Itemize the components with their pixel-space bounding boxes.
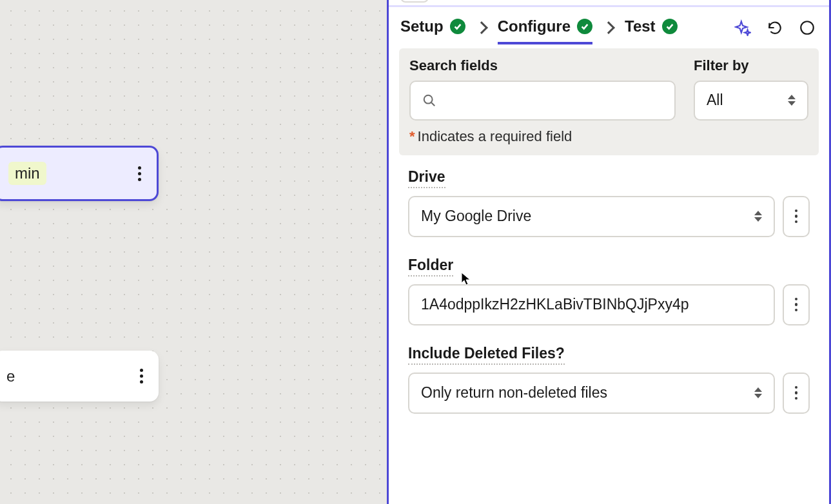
chevron-right-icon xyxy=(602,21,615,34)
field-options-button[interactable] xyxy=(783,284,810,325)
filter-label: Filter by xyxy=(694,57,808,74)
panel-header-stub xyxy=(400,0,429,3)
check-icon xyxy=(450,19,465,34)
dots-icon xyxy=(792,294,801,316)
node-menu-button[interactable] xyxy=(137,365,146,387)
field-include-deleted: Include Deleted Files? Only return non-d… xyxy=(408,345,810,414)
side-panel: Setup Configure Test xyxy=(387,0,831,504)
search-input-wrapper[interactable] xyxy=(409,81,676,121)
asterisk-icon: * xyxy=(409,128,415,144)
include-deleted-select[interactable]: Only return non-deleted files xyxy=(408,373,775,414)
field-label: Drive xyxy=(408,168,445,188)
search-label: Search fields xyxy=(409,57,676,74)
chevron-updown-icon xyxy=(754,387,762,398)
config-form: Drive My Google Drive Folder 1A4odppIkzH… xyxy=(389,155,829,427)
field-options-button[interactable] xyxy=(783,196,810,237)
field-label: Folder xyxy=(408,257,453,276)
canvas-node-selected[interactable]: min xyxy=(0,146,159,201)
step-tabs: Setup Configure Test xyxy=(389,7,829,44)
tab-setup[interactable]: Setup xyxy=(400,17,465,38)
folder-input-wrapper[interactable]: 1A4odppIkzH2zHKLaBivTBINbQJjPxy4p xyxy=(408,284,775,325)
svg-point-1 xyxy=(424,95,433,103)
tab-label: Test xyxy=(625,17,656,35)
check-icon xyxy=(662,19,678,34)
chevron-updown-icon xyxy=(754,211,762,222)
node-text: e xyxy=(6,367,15,385)
dots-icon xyxy=(792,206,801,228)
filter-select[interactable]: All xyxy=(694,81,808,121)
node-menu-button[interactable] xyxy=(135,162,144,185)
check-icon xyxy=(577,19,592,34)
field-label: Include Deleted Files? xyxy=(408,345,565,365)
svg-point-0 xyxy=(801,21,814,34)
chevron-updown-icon xyxy=(788,95,796,106)
field-options-button[interactable] xyxy=(783,373,810,414)
search-input[interactable] xyxy=(444,92,663,109)
include-deleted-value: Only return non-deleted files xyxy=(421,384,607,402)
field-folder: Folder 1A4odppIkzH2zHKLaBivTBINbQJjPxy4p xyxy=(408,257,810,325)
dots-icon xyxy=(792,382,801,404)
drive-select[interactable]: My Google Drive xyxy=(408,196,775,237)
required-note: *Indicates a required field xyxy=(409,128,808,145)
workflow-canvas[interactable]: min e xyxy=(0,0,387,504)
canvas-node[interactable]: e xyxy=(0,351,159,402)
filter-value: All xyxy=(707,92,723,109)
node-pill: min xyxy=(8,162,46,185)
folder-value: 1A4odppIkzH2zHKLaBivTBINbQJjPxy4p xyxy=(421,296,689,313)
svg-line-2 xyxy=(431,102,435,106)
tab-label: Setup xyxy=(400,17,444,35)
undo-icon[interactable] xyxy=(766,19,784,37)
drive-value: My Google Drive xyxy=(421,208,531,225)
tab-configure[interactable]: Configure xyxy=(498,17,592,44)
search-filter-block: Search fields Filter by All *Indicates a… xyxy=(399,48,819,155)
chevron-right-icon xyxy=(475,21,488,34)
tab-test[interactable]: Test xyxy=(625,17,678,38)
field-drive: Drive My Google Drive xyxy=(408,168,810,237)
search-icon xyxy=(422,93,436,108)
sparkle-icon[interactable] xyxy=(734,19,752,37)
circle-icon[interactable] xyxy=(798,19,816,37)
tab-label: Configure xyxy=(498,17,571,35)
